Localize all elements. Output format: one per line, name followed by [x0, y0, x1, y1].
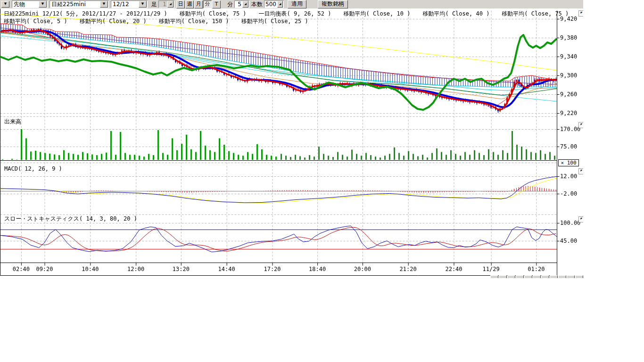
period-button-T[interactable]: T	[212, 0, 221, 8]
pane-expand-icon: ◤	[580, 217, 582, 221]
period-button-月[interactable]: 月	[194, 0, 203, 8]
legend-item: 移動平均( Close, 20 )	[80, 18, 147, 25]
legend-item: 移動平均( Close, 25 )	[241, 18, 308, 25]
chevron-down-icon[interactable]: ▼	[139, 1, 147, 8]
axis-tick-label: -2.00	[560, 190, 577, 197]
bar-interval-value: 1	[159, 1, 167, 8]
mini-toolbar-button[interactable]	[499, 275, 507, 278]
pane-corner-button[interactable]: ◤	[578, 10, 583, 16]
bar-interval-spinner[interactable]: 1 ◢	[158, 0, 174, 8]
minute-value: 5	[235, 1, 242, 8]
minute-label: 分	[227, 0, 233, 8]
bar-count-spinner[interactable]: 500 ◢	[264, 0, 284, 8]
pane-corner-button[interactable]: ◤	[578, 122, 583, 128]
chart-app-window: ▼ 先物 ▼ 日経225mini ▼ 12/12 ▼ 足 1 ◢ 日週月分T 分…	[0, 0, 583, 278]
time-axis-label: 14:40	[214, 266, 240, 272]
time-axis-label: 22:40	[441, 266, 467, 272]
volume-multiplier-badge: × 100	[558, 159, 579, 166]
mini-toolbar-button[interactable]	[541, 275, 549, 278]
mini-toolbar-button[interactable]	[558, 275, 566, 278]
apply-button[interactable]: 適用	[288, 0, 306, 8]
axis-tick-label: 170.00	[560, 126, 580, 132]
time-axis-label: 13:20	[168, 266, 194, 272]
chart-area: 日経225mini 12/12( 5分, 2012/11/27 - 2012/1…	[0, 8, 583, 278]
pane-corner-button[interactable]: ◤	[578, 216, 583, 222]
contract-value: 12/12	[111, 1, 138, 8]
legend-item: 日経225mini 12/12( 5分, 2012/11/27 - 2012/1…	[4, 10, 167, 17]
axis-tick-label: 9,340	[560, 53, 577, 60]
axis-tick-label: 9,260	[560, 91, 577, 98]
axis-tick-label: 9,420	[560, 16, 577, 22]
legend-item: 移動平均( Close, 40 )	[422, 10, 489, 17]
legend-item: 移動平均( Close, 10 )	[344, 10, 411, 17]
mini-toolbar-button[interactable]	[575, 275, 583, 278]
bar-count-label: 本数	[251, 0, 263, 8]
contract-select[interactable]: 12/12 ▼	[111, 0, 148, 8]
axis-tick-label: 9,300	[560, 72, 577, 79]
bar-type-label: 足	[151, 0, 157, 8]
legend-item: 移動平均( Close, 75 )	[502, 10, 569, 17]
time-axis-label: 01:20	[523, 266, 549, 272]
chevron-down-icon: ▼	[4, 2, 7, 6]
legend-item: 移動平均( Close, 150 )	[159, 18, 229, 25]
time-axis-label: 21:20	[395, 266, 421, 272]
chart-canvas[interactable]	[0, 8, 583, 278]
period-button-日[interactable]: 日	[176, 0, 185, 8]
multi-symbol-button[interactable]: 複数銘柄	[318, 0, 348, 8]
time-axis-label: 11/29	[478, 266, 504, 272]
mini-toolbar-button[interactable]	[550, 275, 558, 278]
legend-row-1: 日経225mini 12/12( 5分, 2012/11/27 - 2012/1…	[4, 10, 581, 18]
axis-tick-label: 12.00	[560, 173, 577, 180]
pane-expand-icon: ◤	[580, 169, 582, 173]
axis-tick-label: 45.00	[560, 238, 577, 244]
market-select[interactable]: 先物 ▼	[12, 0, 48, 8]
chevron-down-icon[interactable]: ▼	[100, 1, 108, 8]
legend-item: 移動平均( Close, 5 )	[4, 18, 67, 25]
time-axis-label: 09:20	[31, 266, 58, 272]
chevron-down-icon[interactable]: ▼	[39, 1, 47, 8]
symbol-select[interactable]: 日経225mini ▼	[50, 0, 109, 8]
symbol-value: 日経225mini	[50, 0, 99, 8]
axis-tick-label: 9,380	[560, 34, 577, 41]
mini-toolbar-button[interactable]	[533, 275, 541, 278]
bar-count-value: 500	[264, 1, 277, 8]
period-button-週[interactable]: 週	[185, 0, 194, 8]
mini-toolbar-button[interactable]	[507, 275, 515, 278]
time-axis-label: 20:00	[349, 266, 376, 272]
market-value: 先物	[12, 0, 38, 8]
axis-tick-label: 100.00	[560, 220, 580, 226]
stochastics-pane-label: スロー・ストキャスティクス( 14, 3, 80, 20 )	[4, 215, 137, 223]
legend-item: 一目均衡表( 9, 26, 52 )	[259, 10, 331, 17]
axis-tick-label: 75.00	[560, 143, 577, 150]
spinner-icon[interactable]: ◢	[242, 1, 248, 8]
volume-pane-label: 出来高	[4, 118, 21, 126]
spinner-icon[interactable]: ◢	[167, 1, 173, 8]
time-axis-label: 02:40	[8, 266, 34, 272]
panel-dropdown-button[interactable]: ▼	[1, 1, 9, 8]
macd-pane-label: MACD( 12, 26, 9 )	[4, 165, 62, 172]
mini-toolbar-button[interactable]	[524, 275, 532, 278]
pane-corner-button[interactable]: ◤	[578, 168, 583, 174]
spinner-icon[interactable]: ◢	[277, 1, 283, 8]
legend-row-2: 移動平均( Close, 5 )移動平均( Close, 20 )移動平均( C…	[4, 17, 321, 25]
main-toolbar: ▼ 先物 ▼ 日経225mini ▼ 12/12 ▼ 足 1 ◢ 日週月分T 分…	[0, 0, 583, 9]
mini-toolbar-button[interactable]	[516, 275, 524, 278]
period-button-分[interactable]: 分	[203, 0, 212, 8]
bottom-mini-toolbar	[490, 275, 583, 278]
mini-toolbar-button[interactable]	[490, 275, 498, 278]
time-axis-label: 10:40	[77, 266, 103, 272]
time-axis-label: 18:40	[304, 266, 330, 272]
minute-spinner[interactable]: 5 ◢	[234, 0, 249, 8]
pane-expand-icon: ◤	[580, 123, 582, 126]
time-axis-label: 12:00	[123, 266, 149, 272]
legend-item: 移動平均( Close, 75 )	[180, 10, 247, 17]
axis-tick-label: 9,220	[560, 110, 577, 116]
period-button-group: 日週月分T	[176, 0, 221, 8]
time-axis-label: 17:20	[259, 266, 286, 272]
mini-toolbar-button[interactable]	[567, 275, 575, 278]
pane-expand-icon: ◤	[580, 11, 582, 15]
